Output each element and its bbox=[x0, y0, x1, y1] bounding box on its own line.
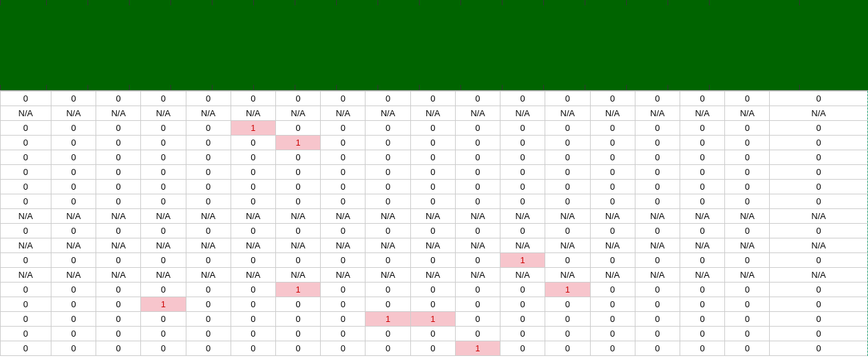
cell[interactable]: N/A bbox=[321, 238, 366, 253]
cell[interactable]: 0 bbox=[545, 150, 590, 165]
cell[interactable]: 0 bbox=[770, 180, 868, 194]
cell[interactable]: N/A bbox=[590, 106, 635, 121]
cell[interactable]: N/A bbox=[455, 238, 500, 253]
cell[interactable]: 0 bbox=[590, 283, 635, 297]
cell[interactable]: 1 bbox=[455, 341, 500, 356]
cell[interactable]: 0 bbox=[51, 253, 96, 268]
cell[interactable]: 0 bbox=[680, 297, 724, 312]
cell[interactable]: 0 bbox=[680, 224, 724, 238]
cell[interactable]: 0 bbox=[231, 253, 275, 268]
cell[interactable]: 0 bbox=[141, 283, 186, 297]
cell[interactable]: N/A bbox=[366, 106, 410, 121]
cell[interactable]: 0 bbox=[500, 283, 545, 297]
cell[interactable]: 0 bbox=[186, 165, 231, 180]
cell[interactable]: 0 bbox=[51, 341, 96, 356]
cell[interactable]: 0 bbox=[770, 341, 868, 356]
cell[interactable]: 0 bbox=[725, 224, 770, 238]
cell[interactable]: 0 bbox=[276, 253, 321, 268]
cell[interactable]: 0 bbox=[590, 297, 635, 312]
cell[interactable]: 0 bbox=[51, 92, 96, 106]
cell[interactable]: 0 bbox=[141, 327, 186, 341]
cell[interactable]: 0 bbox=[276, 341, 321, 356]
cell[interactable]: N/A bbox=[590, 209, 635, 224]
cell[interactable]: N/A bbox=[545, 238, 590, 253]
cell[interactable]: N/A bbox=[725, 268, 770, 283]
cell[interactable]: 0 bbox=[500, 165, 545, 180]
cell[interactable]: 0 bbox=[186, 180, 231, 194]
cell[interactable]: 0 bbox=[410, 180, 455, 194]
cell[interactable]: 0 bbox=[321, 312, 366, 327]
cell[interactable]: 0 bbox=[725, 165, 770, 180]
cell[interactable]: 0 bbox=[96, 150, 141, 165]
cell[interactable]: 0 bbox=[51, 165, 96, 180]
cell[interactable]: 0 bbox=[770, 121, 868, 136]
cell[interactable]: N/A bbox=[186, 238, 231, 253]
cell[interactable]: 0 bbox=[276, 194, 321, 209]
cell[interactable]: 0 bbox=[545, 136, 590, 150]
cell[interactable]: 0 bbox=[410, 194, 455, 209]
cell[interactable]: 0 bbox=[231, 92, 275, 106]
cell[interactable]: 0 bbox=[96, 297, 141, 312]
cell[interactable]: 0 bbox=[51, 121, 96, 136]
cell[interactable]: N/A bbox=[366, 238, 410, 253]
cell[interactable]: 0 bbox=[186, 136, 231, 150]
cell[interactable]: 0 bbox=[500, 121, 545, 136]
cell[interactable]: 0 bbox=[725, 136, 770, 150]
cell[interactable]: 0 bbox=[455, 180, 500, 194]
cell[interactable]: 0 bbox=[590, 180, 635, 194]
cell[interactable]: 0 bbox=[545, 253, 590, 268]
cell[interactable]: 0 bbox=[96, 92, 141, 106]
cell[interactable]: 0 bbox=[366, 224, 410, 238]
cell[interactable]: N/A bbox=[680, 209, 724, 224]
cell[interactable]: 0 bbox=[635, 283, 680, 297]
cell[interactable]: 0 bbox=[770, 92, 868, 106]
cell[interactable]: 0 bbox=[680, 283, 724, 297]
cell[interactable]: 0 bbox=[51, 150, 96, 165]
cell[interactable]: 0 bbox=[366, 194, 410, 209]
cell[interactable]: 0 bbox=[186, 121, 231, 136]
cell[interactable]: 0 bbox=[321, 327, 366, 341]
cell[interactable]: 0 bbox=[455, 253, 500, 268]
cell[interactable]: N/A bbox=[770, 238, 868, 253]
cell[interactable]: 0 bbox=[51, 283, 96, 297]
cell[interactable]: 0 bbox=[186, 194, 231, 209]
cell[interactable]: 0 bbox=[500, 194, 545, 209]
cell[interactable]: N/A bbox=[96, 209, 141, 224]
cell[interactable]: N/A bbox=[1, 106, 51, 121]
cell[interactable]: 0 bbox=[500, 224, 545, 238]
cell[interactable]: 0 bbox=[680, 341, 724, 356]
cell[interactable]: 0 bbox=[1, 92, 51, 106]
cell[interactable]: 0 bbox=[590, 165, 635, 180]
cell[interactable]: 0 bbox=[500, 312, 545, 327]
cell[interactable]: N/A bbox=[321, 268, 366, 283]
cell[interactable]: 0 bbox=[141, 194, 186, 209]
cell[interactable]: 0 bbox=[186, 224, 231, 238]
cell[interactable]: 0 bbox=[455, 92, 500, 106]
cell[interactable]: N/A bbox=[276, 268, 321, 283]
cell[interactable]: 0 bbox=[186, 253, 231, 268]
cell[interactable]: N/A bbox=[770, 209, 868, 224]
cell[interactable]: 0 bbox=[725, 121, 770, 136]
cell[interactable]: N/A bbox=[500, 238, 545, 253]
cell[interactable]: 0 bbox=[96, 224, 141, 238]
cell[interactable]: 0 bbox=[410, 283, 455, 297]
cell[interactable]: 0 bbox=[141, 312, 186, 327]
cell[interactable]: N/A bbox=[1, 238, 51, 253]
cell[interactable]: N/A bbox=[1, 209, 51, 224]
cell[interactable]: 0 bbox=[96, 341, 141, 356]
cell[interactable]: 0 bbox=[500, 341, 545, 356]
cell[interactable]: 0 bbox=[545, 341, 590, 356]
cell[interactable]: 0 bbox=[455, 121, 500, 136]
cell[interactable]: N/A bbox=[231, 209, 275, 224]
cell[interactable]: 0 bbox=[500, 150, 545, 165]
cell[interactable]: 0 bbox=[725, 341, 770, 356]
cell[interactable]: 0 bbox=[186, 150, 231, 165]
cell[interactable]: 0 bbox=[455, 312, 500, 327]
cell[interactable]: 0 bbox=[500, 92, 545, 106]
cell[interactable]: 0 bbox=[366, 253, 410, 268]
cell[interactable]: 0 bbox=[321, 194, 366, 209]
cell[interactable]: 0 bbox=[321, 224, 366, 238]
cell[interactable]: 0 bbox=[680, 150, 724, 165]
cell[interactable]: N/A bbox=[96, 268, 141, 283]
cell[interactable]: N/A bbox=[500, 106, 545, 121]
